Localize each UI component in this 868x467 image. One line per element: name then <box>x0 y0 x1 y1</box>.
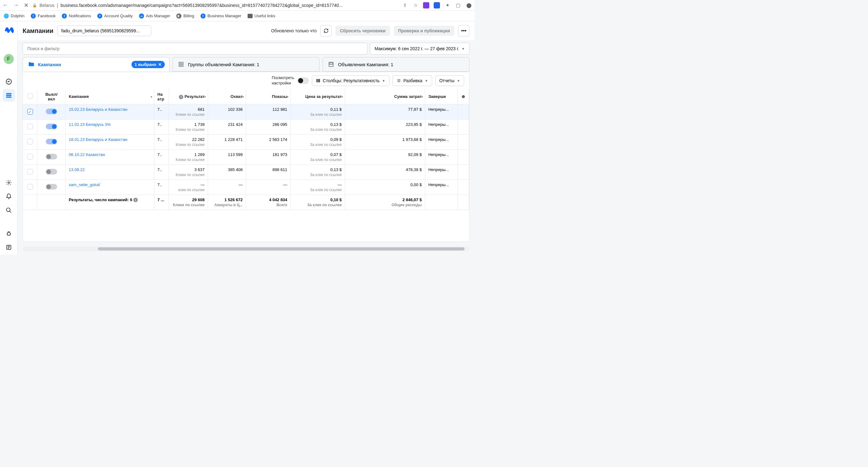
chevron-down-icon: ▼ <box>462 47 465 51</box>
tab-campaigns[interactable]: Кампании 1 выбрано✕ <box>23 57 169 71</box>
share-icon[interactable]: ⇪ <box>402 2 408 8</box>
svg-rect-11 <box>182 65 183 66</box>
url-bar[interactable]: 🔒 Belarus | business.facebook.com/adsman… <box>32 3 398 8</box>
table-toolbar: Посмотретьнастройки Столбцы: Результатив… <box>23 72 469 89</box>
svg-rect-1 <box>6 93 11 94</box>
row-checkbox[interactable] <box>27 139 33 144</box>
row-checkbox[interactable] <box>27 184 33 190</box>
svg-rect-3 <box>6 97 11 98</box>
row-toggle[interactable] <box>46 169 57 175</box>
view-settings-label: Посмотретьнастройки <box>272 75 294 86</box>
row-toggle[interactable] <box>46 124 57 129</box>
panel-icon[interactable]: ▢ <box>455 2 461 8</box>
bookmark-dolphin[interactable]: Dolphin <box>4 13 25 19</box>
sidebar-search-icon[interactable] <box>2 204 15 217</box>
sidebar-notifications-icon[interactable] <box>2 190 15 203</box>
sidebar-bug-icon[interactable] <box>2 227 15 240</box>
forward-icon[interactable]: → <box>13 2 19 9</box>
svg-point-5 <box>6 208 10 212</box>
svg-rect-13 <box>330 63 333 65</box>
table-row[interactable]: 06.10.22 Казахстан7..1 269Клики по ссылк… <box>23 149 469 164</box>
lock-icon: 🔒 <box>32 3 37 7</box>
campaign-link[interactable]: 13.09.22 <box>69 167 85 172</box>
row-toggle[interactable] <box>46 184 57 190</box>
sidebar-overview-icon[interactable] <box>2 75 15 88</box>
table-row[interactable]: 13.09.227..3 637Клики по ссылке385 40889… <box>23 164 469 180</box>
review-publish-button[interactable]: Проверка и публикация <box>394 26 455 36</box>
table-row[interactable]: 11.02.23 Беларусь 3%7..1 739Клики по ссы… <box>23 119 469 134</box>
add-column-button[interactable]: ⊕ <box>458 89 469 104</box>
tab-ads[interactable]: Объявления Кампания: 1 <box>322 57 469 71</box>
avatar[interactable]: F <box>4 54 14 64</box>
header-checkbox[interactable] <box>23 89 37 104</box>
row-toggle[interactable] <box>46 108 57 114</box>
grid-icon <box>177 61 185 68</box>
campaign-link[interactable]: 15.02.23 Беларусь и Казахстан <box>69 107 127 112</box>
table-footer-row: Результаты, число кампаний: 6i 7 ... 29 … <box>23 195 469 210</box>
selected-chip: 1 выбрано✕ <box>131 61 165 68</box>
row-checkbox[interactable] <box>27 124 33 129</box>
star-icon[interactable]: ☆ <box>412 2 418 8</box>
table-row[interactable]: ✓15.02.23 Беларусь и Казахстан7..681Клик… <box>23 104 469 119</box>
header-cpr[interactable]: Цена за результат▾ <box>290 89 345 104</box>
search-input[interactable] <box>23 43 368 55</box>
sidebar: F <box>0 21 18 255</box>
row-checkbox[interactable] <box>27 169 33 175</box>
campaign-link[interactable]: 11.02.23 Беларусь 3% <box>69 122 111 127</box>
bookmark-ads-manager[interactable]: ∞Ads Manager <box>139 13 170 19</box>
sidebar-campaigns-icon[interactable] <box>2 89 15 102</box>
svg-rect-2 <box>6 95 11 96</box>
svg-rect-14 <box>316 79 317 83</box>
header-reach[interactable]: Охват▾ <box>208 89 246 104</box>
campaign-link[interactable]: 06.10.22 Казахстан <box>69 152 105 157</box>
puzzle-icon[interactable]: ✦ <box>444 2 451 8</box>
header-end[interactable]: Заверше <box>425 89 458 104</box>
reports-button[interactable]: Отчеты▼ <box>435 75 464 86</box>
bookmark-account-quality[interactable]: fAccount Quality <box>97 13 133 19</box>
header-campaign[interactable]: Кампания▾ <box>66 89 154 104</box>
url-text: business.facebook.com/adsmanager/manage/… <box>61 3 343 8</box>
date-range-button[interactable]: Максимум: 6 сен 2022 г. — 27 фев 2023 г.… <box>370 43 469 55</box>
row-checkbox[interactable]: ✓ <box>27 109 33 115</box>
close-icon[interactable]: ✕ <box>158 62 162 67</box>
header-attribution[interactable]: Наатр <box>154 89 168 104</box>
extension-purple-icon[interactable] <box>423 2 429 8</box>
profile-icon[interactable]: ⬤ <box>466 2 472 8</box>
browser-actions: ⇪ ☆ ✦ ▢ ⬤ <box>402 2 472 8</box>
folder-icon <box>27 61 35 68</box>
extension-blue-icon[interactable] <box>434 2 440 8</box>
bookmark-business-manager[interactable]: fBusiness Manager <box>200 13 241 19</box>
header: Кампании fadu_drum_belarus (569513908295… <box>18 21 474 40</box>
breakdown-button[interactable]: Разбивка▼ <box>393 75 432 86</box>
row-checkbox[interactable] <box>27 154 33 159</box>
horizontal-scrollbar[interactable] <box>23 247 469 251</box>
bookmark-billing[interactable]: ◐Billing <box>176 13 194 19</box>
account-selector[interactable]: fadu_drum_belarus (56951390829599... <box>57 25 151 36</box>
row-toggle[interactable] <box>46 154 57 159</box>
refresh-button[interactable] <box>320 25 332 36</box>
tab-adsets[interactable]: Группы объявлений Кампания: 1 <box>173 57 319 71</box>
header-impressions[interactable]: Показы▾ <box>246 89 290 104</box>
table-row[interactable]: sam_sebe_golub`7..—клик по ссылке———За к… <box>23 180 469 195</box>
header-spend[interactable]: Сумма затрат▾ <box>345 89 425 104</box>
meta-logo[interactable] <box>4 25 14 35</box>
campaign-link[interactable]: sam_sebe_golub` <box>69 182 101 187</box>
nav-arrows: ← → ✕ <box>2 2 29 9</box>
bookmark-useful-links[interactable]: Useful links <box>248 13 275 18</box>
row-toggle[interactable] <box>46 139 57 144</box>
reset-drafts-button[interactable]: Сбросить черновики <box>336 26 390 36</box>
view-settings-toggle[interactable] <box>298 77 309 84</box>
bookmark-facebook[interactable]: fFacebook <box>31 13 56 19</box>
sidebar-settings-icon[interactable] <box>2 176 15 189</box>
stop-icon[interactable]: ✕ <box>24 2 29 9</box>
more-button[interactable]: ••• <box>458 25 469 36</box>
svg-rect-10 <box>179 65 181 66</box>
columns-button[interactable]: Столбцы: Результативность▼ <box>312 75 390 86</box>
header-result[interactable]: i Результат▾ <box>168 89 208 104</box>
tabs: Кампании 1 выбрано✕ Группы объявлений Ка… <box>18 57 474 71</box>
campaign-link[interactable]: 18.01.23 Беларусь и Казахстан <box>69 137 127 142</box>
sidebar-help-icon[interactable] <box>2 241 15 254</box>
table-row[interactable]: 18.01.23 Беларусь и Казахстан7..22 282Кл… <box>23 134 469 149</box>
bookmark-notifications[interactable]: fNotifications <box>62 13 91 19</box>
back-icon[interactable]: ← <box>2 2 8 9</box>
